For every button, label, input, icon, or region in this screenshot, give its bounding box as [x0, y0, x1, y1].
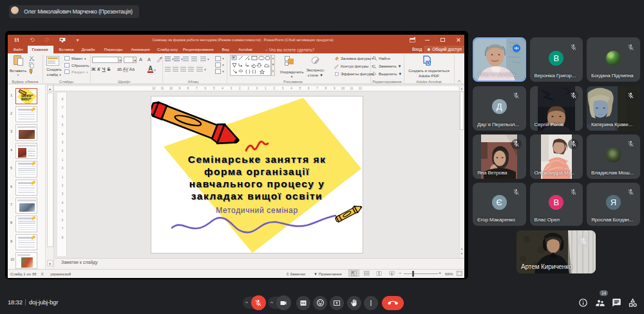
svg-text:ab: ab [372, 64, 375, 67]
